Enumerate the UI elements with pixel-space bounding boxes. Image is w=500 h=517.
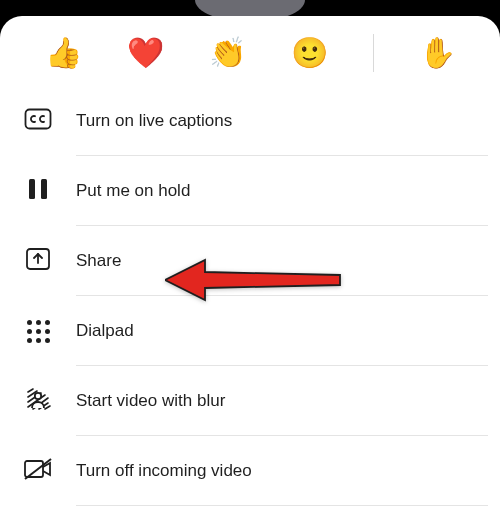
menu-item-captions[interactable]: Turn on live captions	[0, 86, 500, 156]
menu-item-label: Start video with blur	[76, 391, 500, 411]
captions-icon	[24, 108, 52, 134]
menu-item-share[interactable]: Share	[0, 226, 500, 296]
menu-item-label: Put me on hold	[76, 181, 500, 201]
reaction-smile[interactable]: 🙂	[291, 38, 328, 68]
pause-icon	[27, 177, 49, 205]
menu-item-incoming-video-off[interactable]: Turn off incoming video	[0, 436, 500, 506]
reactions-divider	[373, 34, 374, 72]
menu-item-hold[interactable]: Put me on hold	[0, 156, 500, 226]
svg-line-6	[25, 459, 51, 479]
reaction-clap[interactable]: 👏	[209, 38, 246, 68]
reaction-thumbs-up[interactable]: 👍	[45, 38, 82, 68]
video-off-icon	[23, 457, 53, 485]
reaction-heart[interactable]: ❤️	[127, 38, 164, 68]
reactions-bar: 👍 ❤️ 👏 🙂 ✋	[0, 16, 500, 86]
dialpad-icon	[27, 320, 50, 343]
share-icon	[25, 247, 51, 275]
menu-item-label: Share	[76, 251, 500, 271]
actions-menu: Turn on live captions Put me on hold	[0, 86, 500, 506]
svg-rect-5	[25, 461, 43, 477]
menu-item-label: Dialpad	[76, 321, 500, 341]
svg-rect-0	[26, 110, 51, 129]
menu-item-blur[interactable]: Start video with blur	[0, 366, 500, 436]
svg-rect-1	[29, 179, 35, 199]
blur-icon	[25, 386, 51, 416]
menu-item-label: Turn off incoming video	[76, 461, 500, 481]
menu-item-label: Turn on live captions	[76, 111, 500, 131]
menu-item-dialpad[interactable]: Dialpad	[0, 296, 500, 366]
row-divider	[76, 505, 488, 506]
svg-point-4	[35, 393, 41, 399]
svg-rect-2	[41, 179, 47, 199]
actions-sheet: 👍 ❤️ 👏 🙂 ✋ Turn on live capt	[0, 16, 500, 517]
reaction-raise-hand[interactable]: ✋	[419, 38, 456, 68]
